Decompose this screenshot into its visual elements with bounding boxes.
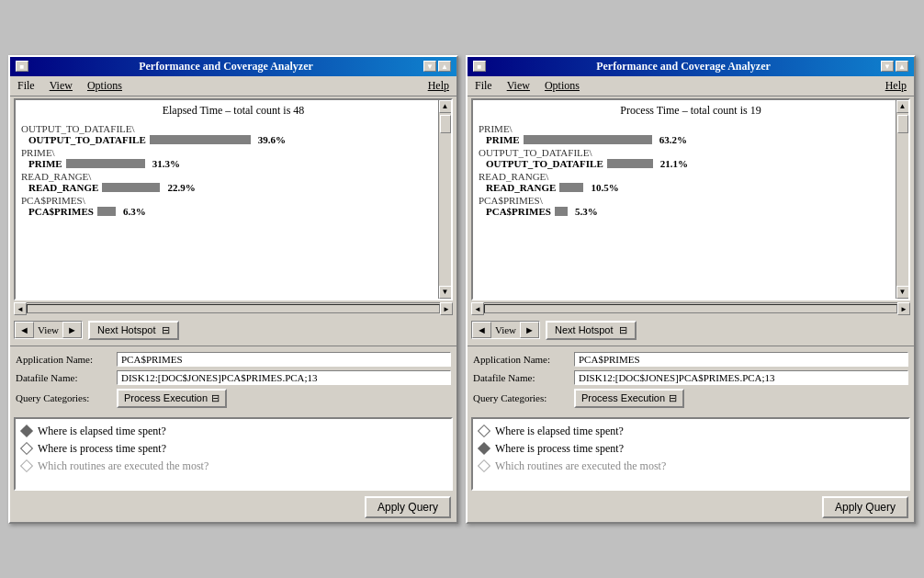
apply-btn-row: Apply Query: [10, 493, 456, 522]
maximize-btn[interactable]: ▲: [896, 61, 908, 72]
view-prev-btn[interactable]: ◄: [472, 322, 491, 338]
bar-pct-1: 21.1%: [660, 158, 688, 169]
datafile-label: Datafile Name:: [16, 372, 117, 383]
view-prev-btn[interactable]: ◄: [15, 322, 34, 338]
title-bar-buttons: ▼ ▲: [423, 61, 451, 72]
child-name: PRIME: [486, 134, 520, 145]
chart-content: Process Time – total count is 19 PRIME\ …: [471, 98, 910, 300]
query-item-1[interactable]: Where is process time spent?: [479, 440, 903, 458]
vertical-scrollbar[interactable]: ▲ ▼: [896, 100, 908, 299]
scroll-left-btn[interactable]: ◄: [471, 302, 484, 315]
query-cat-label: Query Categories:: [16, 392, 117, 403]
scroll-down-btn[interactable]: ▼: [896, 286, 909, 299]
data-row-2: READ_RANGE\ READ_RANGE 22.9%: [21, 171, 445, 193]
title-bar: ■ Performance and Coverage Analyzer ▼ ▲: [10, 57, 456, 76]
minimize-btn[interactable]: ▼: [881, 61, 894, 72]
menu-item-file[interactable]: File: [471, 78, 496, 94]
query-cat-btn[interactable]: Process Execution ⊟: [117, 389, 227, 408]
menu-item-view[interactable]: View: [503, 78, 534, 94]
window-corner-btn[interactable]: ■: [473, 61, 486, 72]
scroll-right-btn[interactable]: ►: [897, 302, 910, 315]
view-next-btn[interactable]: ►: [520, 322, 539, 338]
scroll-left-btn[interactable]: ◄: [14, 302, 27, 315]
view-label: View: [491, 323, 520, 337]
bar-2: [559, 183, 583, 192]
query-item-2[interactable]: Which routines are executed the most?: [479, 458, 903, 475]
info-section: Application Name: PCA$PRIMES Datafile Na…: [10, 348, 456, 415]
data-row-2: READ_RANGE\ READ_RANGE 10.5%: [479, 171, 903, 193]
data-row-1: PRIME\ PRIME 31.3%: [21, 147, 445, 169]
divider: [468, 346, 914, 346]
query-item-text-0: Where is elapsed time spent?: [38, 425, 166, 438]
data-row-3: PCA$PRIMES\ PCA$PRIMES 6.3%: [21, 195, 445, 217]
app-name-row: Application Name: PCA$PRIMES: [16, 352, 451, 367]
chart-area: Elapsed Time – total count is 48 OUTPUT_…: [12, 98, 455, 315]
query-item-1[interactable]: Where is process time spent?: [21, 440, 445, 458]
maximize-btn[interactable]: ▲: [438, 61, 451, 72]
chart-title: Process Time – total count is 19: [479, 104, 903, 118]
query-list: Where is elapsed time spent? Where is pr…: [14, 417, 453, 491]
query-item-0[interactable]: Where is elapsed time spent?: [21, 423, 445, 440]
minimize-btn[interactable]: ▼: [423, 61, 436, 72]
query-item-text-2: Which routines are executed the most?: [38, 459, 208, 473]
window-title: Performance and Coverage Analyzer: [486, 60, 881, 74]
menu-bar: FileViewOptionsHelp: [10, 76, 456, 96]
app-name-label: Application Name:: [473, 354, 574, 365]
window-1: ■ Performance and Coverage Analyzer ▼ ▲ …: [8, 55, 458, 524]
horizontal-scrollbar[interactable]: ◄ ►: [471, 302, 910, 315]
datafile-value: DISK12:[DOC$JONES]PCA$PRIMES.PCA;13: [117, 370, 451, 385]
diamond-filled-icon: [21, 425, 32, 436]
child-name: READ_RANGE: [486, 182, 556, 193]
view-btn-group: ◄ View ►: [14, 321, 83, 339]
scroll-right-btn[interactable]: ►: [440, 302, 453, 315]
diamond-inactive-icon: [21, 460, 32, 471]
data-parent-label: PRIME\: [479, 123, 903, 134]
horizontal-scrollbar[interactable]: ◄ ►: [14, 302, 453, 315]
next-hotspot-btn[interactable]: Next Hotspot ⊟: [88, 321, 179, 340]
vertical-scrollbar[interactable]: ▲ ▼: [438, 100, 451, 299]
h-scroll-track[interactable]: [27, 304, 440, 313]
window-corner-btn[interactable]: ■: [16, 61, 28, 72]
scroll-up-btn[interactable]: ▲: [896, 100, 909, 113]
next-hotspot-btn[interactable]: Next Hotspot ⊟: [546, 321, 637, 340]
scroll-up-btn[interactable]: ▲: [439, 100, 452, 113]
diamond-filled-icon: [479, 443, 490, 454]
apply-query-btn[interactable]: Apply Query: [822, 496, 908, 518]
menu-item-file[interactable]: File: [14, 78, 39, 94]
window-2: ■ Performance and Coverage Analyzer ▼ ▲ …: [466, 55, 916, 524]
bar-1: [607, 159, 653, 168]
bar-3: [97, 207, 116, 216]
bar-pct-3: 5.3%: [575, 206, 598, 217]
scroll-thumb[interactable]: [440, 115, 451, 133]
diamond-empty-icon: [479, 425, 490, 436]
data-parent-label: READ_RANGE\: [479, 171, 903, 182]
scroll-thumb[interactable]: [897, 115, 908, 133]
datafile-row: Datafile Name: DISK12:[DOC$JONES]PCA$PRI…: [473, 370, 908, 385]
child-name: PCA$PRIMES: [28, 206, 94, 217]
menu-item-options[interactable]: Options: [84, 78, 126, 94]
child-name: READ_RANGE: [28, 182, 98, 193]
menu-help[interactable]: Help: [882, 78, 910, 94]
h-scroll-track[interactable]: [484, 304, 897, 313]
apply-query-btn[interactable]: Apply Query: [365, 496, 451, 518]
data-row-3: PCA$PRIMES\ PCA$PRIMES 5.3%: [479, 195, 903, 217]
datafile-label: Datafile Name:: [473, 372, 574, 383]
query-item-0[interactable]: Where is elapsed time spent?: [479, 423, 903, 440]
menu-item-view[interactable]: View: [46, 78, 76, 94]
data-child-label: READ_RANGE 10.5%: [479, 182, 903, 193]
main-container: ■ Performance and Coverage Analyzer ▼ ▲ …: [1, 48, 923, 531]
query-cat-btn[interactable]: Process Execution ⊟: [574, 389, 684, 408]
bar-pct-0: 63.2%: [659, 134, 687, 145]
menu-help[interactable]: Help: [424, 78, 453, 94]
bar-pct-0: 39.6%: [258, 134, 286, 145]
data-child-label: OUTPUT_TO_DATAFILE 21.1%: [479, 158, 903, 169]
view-next-btn[interactable]: ►: [62, 322, 82, 338]
scroll-down-btn[interactable]: ▼: [439, 286, 452, 299]
app-name-label: Application Name:: [16, 354, 117, 365]
query-item-2[interactable]: Which routines are executed the most?: [21, 458, 445, 475]
info-section: Application Name: PCA$PRIMES Datafile Na…: [468, 348, 914, 415]
view-label: View: [34, 323, 62, 337]
menu-item-options[interactable]: Options: [541, 78, 583, 94]
data-child-label: PRIME 63.2%: [479, 134, 903, 145]
data-parent-label: OUTPUT_TO_DATAFILE\: [21, 123, 445, 134]
